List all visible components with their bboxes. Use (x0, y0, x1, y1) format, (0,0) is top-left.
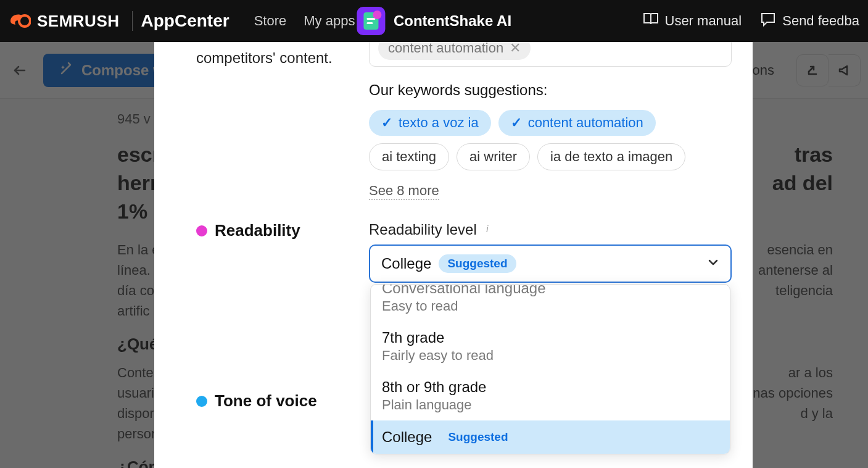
suggested-badge: Suggested (439, 428, 516, 446)
divider (132, 11, 133, 31)
keyword-chip[interactable]: ai texting (369, 143, 449, 170)
book-icon (643, 12, 659, 30)
send-feedback-link[interactable]: Send feedba (760, 12, 859, 30)
chat-icon (760, 12, 776, 30)
brand-text: SEMRUSH (37, 12, 120, 31)
see-more-keywords[interactable]: See 8 more (369, 183, 439, 200)
chip-label: ai texting (382, 149, 436, 165)
option-sub: Easy to read (382, 298, 719, 314)
readability-selected-value: College (381, 255, 431, 272)
chip-label: ia de texto a imagen (550, 149, 672, 165)
send-feedback-label: Send feedba (782, 13, 859, 29)
brand[interactable]: SEMRUSH (9, 12, 120, 31)
keyword-chip[interactable]: ia de texto a imagen (537, 143, 685, 170)
keyword-chip[interactable]: ai writer (457, 143, 530, 170)
readability-field-label: Readability level i (369, 221, 732, 238)
dropdown-scroll[interactable]: Conversational language Easy to read 7th… (371, 285, 730, 454)
chip-label: content automation (528, 115, 643, 131)
semrush-flame-icon (9, 12, 31, 30)
settings-modal: competitors' content. content automation… (154, 42, 753, 468)
readability-option[interactable]: Conversational language Easy to read (371, 285, 730, 322)
option-title: College Suggested (382, 428, 719, 446)
competitors-hint: competitors' content. (196, 48, 350, 68)
current-app[interactable]: ContentShake AI (357, 7, 511, 35)
nav-links: Store My apps (254, 13, 355, 29)
readability-section-label: Readability (196, 221, 350, 240)
contentshake-app-icon (357, 7, 385, 35)
check-icon: ✓ (511, 115, 522, 131)
appcenter-link[interactable]: AppCenter (141, 11, 229, 31)
tone-section-label: Tone of voice (196, 391, 350, 411)
readability-option-active[interactable]: College Suggested (371, 420, 730, 454)
keywords-tag-input[interactable]: content automation ✕ (369, 42, 732, 67)
option-sub: Fairly easy to read (382, 348, 719, 364)
readability-select[interactable]: College Suggested Conversational languag… (369, 244, 732, 283)
app-name: ContentShake AI (394, 12, 511, 30)
keyword-chips: ✓ texto a voz ia ✓ content automation ai… (369, 110, 732, 170)
readability-dot-icon (196, 225, 207, 236)
keyword-chip-selected[interactable]: ✓ content automation (498, 110, 656, 136)
suggested-badge: Suggested (439, 254, 516, 273)
tone-label-text: Tone of voice (215, 391, 317, 411)
topbar: SEMRUSH AppCenter Store My apps ContentS… (0, 0, 868, 42)
nav-myapps[interactable]: My apps (304, 13, 355, 29)
user-manual-label: User manual (665, 13, 742, 29)
keywords-intro: Our keywords suggestions: (369, 81, 732, 99)
chip-label: ai writer (469, 149, 517, 165)
readability-option[interactable]: 8th or 9th grade Plain language (371, 371, 730, 420)
readability-dropdown: Conversational language Easy to read 7th… (370, 284, 730, 454)
readability-option[interactable]: 7th grade Fairly easy to read (371, 322, 730, 371)
option-title: 7th grade (382, 329, 719, 346)
tone-dot-icon (196, 396, 207, 407)
chevron-down-icon (707, 255, 719, 272)
svg-point-0 (19, 15, 30, 27)
chip-label: texto a voz ia (399, 115, 479, 131)
option-title: Conversational language (382, 285, 719, 297)
keyword-chip-selected[interactable]: ✓ texto a voz ia (369, 110, 491, 136)
option-sub: Plain language (382, 397, 719, 413)
user-manual-link[interactable]: User manual (643, 12, 742, 30)
keyword-tag[interactable]: content automation ✕ (378, 42, 531, 60)
info-icon[interactable]: i (482, 224, 493, 235)
option-title: 8th or 9th grade (382, 378, 719, 396)
keyword-tag-label: content automation (388, 42, 503, 56)
nav-store[interactable]: Store (254, 13, 287, 29)
remove-tag-icon[interactable]: ✕ (510, 42, 521, 56)
topbar-right: User manual Send feedba (643, 12, 860, 30)
readability-label-text: Readability (215, 221, 300, 240)
check-icon: ✓ (381, 115, 392, 131)
